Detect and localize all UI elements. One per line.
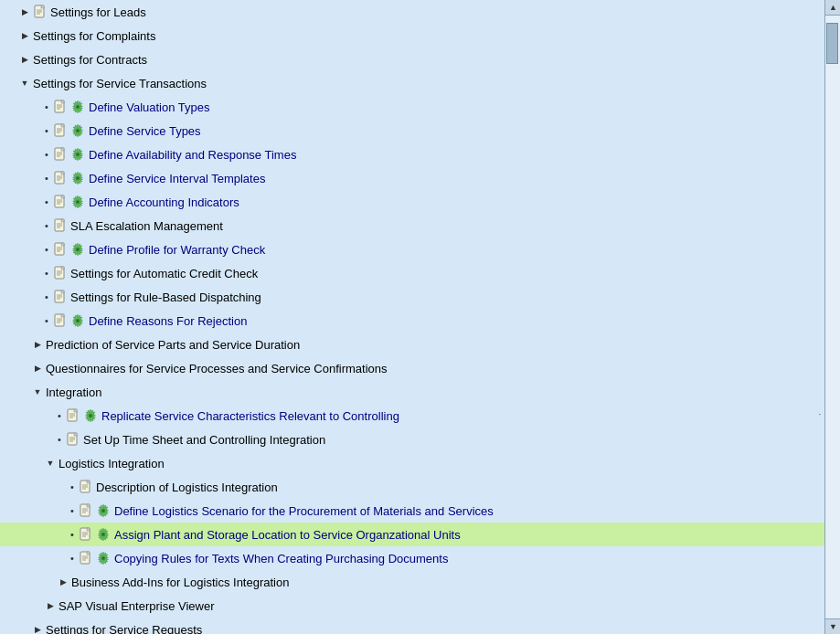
row-integration[interactable]: ▼Integration bbox=[0, 380, 824, 404]
tree-item-label: Settings for Automatic Credit Check bbox=[70, 267, 258, 280]
row-define-service-types[interactable]: • Define Service Types bbox=[0, 119, 824, 143]
doc-icon bbox=[66, 408, 82, 423]
svg-rect-14 bbox=[61, 124, 64, 127]
row-setup-timesheet[interactable]: • Set Up Time Sheet and Controlling Inte… bbox=[0, 428, 824, 451]
mini-scrollbar: · bbox=[815, 409, 824, 418]
gear-icon bbox=[70, 100, 87, 114]
svg-rect-1 bbox=[41, 5, 44, 8]
svg-rect-51 bbox=[61, 243, 64, 246]
doc-icon bbox=[79, 551, 95, 565]
expander-icon[interactable]: ▶ bbox=[31, 338, 44, 351]
bullet-icon: • bbox=[68, 504, 77, 517]
expander-icon[interactable]: ▶ bbox=[57, 576, 69, 588]
scroll-thumb[interactable] bbox=[826, 23, 838, 64]
svg-point-83 bbox=[90, 415, 92, 417]
bullet-icon: • bbox=[42, 195, 51, 208]
row-settings-rule-dispatching[interactable]: • Settings for Rule-Based Dispatching bbox=[0, 285, 824, 309]
svg-rect-69 bbox=[61, 314, 64, 317]
doc-icon bbox=[33, 5, 49, 19]
row-logistics-integration[interactable]: ▼Logistics Integration bbox=[0, 451, 824, 475]
expander-icon[interactable]: ▼ bbox=[31, 386, 44, 398]
gear-icon bbox=[70, 195, 87, 209]
gear-icon bbox=[70, 147, 87, 162]
row-define-logistics-scenario[interactable]: • Define Logistics Scenario for the Proc… bbox=[0, 499, 824, 523]
row-define-availability[interactable]: • Define Availability and Response Times bbox=[0, 143, 824, 166]
row-settings-contracts[interactable]: ▶Settings for Contracts bbox=[0, 48, 824, 71]
row-settings-service-requests[interactable]: ▶Settings for Service Requests bbox=[0, 618, 824, 634]
svg-rect-46 bbox=[61, 219, 64, 222]
gear-icon bbox=[70, 171, 87, 185]
bullet-icon: • bbox=[42, 219, 51, 232]
tree-item-label: Define Reasons For Rejection bbox=[89, 314, 247, 328]
bullet-icon: • bbox=[68, 552, 77, 565]
row-prediction-service-parts[interactable]: ▶Prediction of Service Parts and Service… bbox=[0, 333, 824, 356]
doc-icon bbox=[79, 503, 95, 518]
doc-icon bbox=[53, 123, 69, 138]
tree-item-label: Define Logistics Scenario for the Procur… bbox=[114, 504, 494, 518]
expander-icon[interactable]: ▶ bbox=[31, 362, 44, 375]
expander-icon[interactable]: ▶ bbox=[44, 599, 57, 612]
row-define-interval-templates[interactable]: • Define Service Interval Templates bbox=[0, 166, 824, 190]
row-settings-service-transactions[interactable]: ▼Settings for Service Transactions bbox=[0, 71, 824, 95]
row-define-reasons-rejection[interactable]: • Define Reasons For Rejection bbox=[0, 309, 824, 333]
row-define-warranty[interactable]: • Define Profile for Warranty Check bbox=[0, 238, 824, 261]
row-description-logistics[interactable]: • Description of Logistics Integration bbox=[0, 475, 824, 499]
expander-icon[interactable]: ▼ bbox=[18, 77, 31, 90]
svg-rect-95 bbox=[87, 504, 90, 507]
svg-rect-64 bbox=[61, 291, 64, 293]
tree-item-label: Assign Plant and Storage Location to Ser… bbox=[114, 528, 461, 542]
expander-icon[interactable]: ▶ bbox=[18, 53, 31, 66]
row-sap-visual[interactable]: ▶SAP Visual Enterprise Viewer bbox=[0, 594, 824, 618]
row-settings-complaints[interactable]: ▶Settings for Complaints bbox=[0, 24, 824, 48]
gear-icon bbox=[96, 503, 112, 518]
scroll-track bbox=[825, 16, 840, 618]
scroll-up-button[interactable]: ▲ bbox=[825, 0, 840, 16]
row-replicate-service[interactable]: • Replicate Service Characteristics Rele… bbox=[0, 404, 824, 428]
bullet-icon: • bbox=[42, 172, 51, 185]
tree-item-label: SLA Escalation Management bbox=[70, 219, 223, 233]
bullet-icon: • bbox=[42, 267, 51, 280]
tree-container: ▶ Settings for Leads▶Settings for Compla… bbox=[0, 0, 824, 634]
row-assign-plant[interactable]: • Assign Plant and Storage Location to S… bbox=[0, 523, 824, 546]
svg-point-75 bbox=[77, 320, 80, 322]
row-define-valuation-types[interactable]: • Define Valuation Types bbox=[0, 95, 824, 119]
doc-icon bbox=[53, 290, 69, 304]
doc-icon bbox=[53, 195, 69, 209]
row-sla-escalation[interactable]: • SLA Escalation Management bbox=[0, 214, 824, 238]
doc-icon bbox=[53, 147, 69, 162]
scrollbar-right[interactable]: ▲ ▼ bbox=[824, 0, 840, 634]
tree-item-label: Logistics Integration bbox=[58, 457, 165, 470]
expander-icon[interactable]: ▼ bbox=[44, 457, 57, 470]
row-copying-rules[interactable]: • Copying Rules for Texts When Creating … bbox=[0, 546, 824, 570]
tree-item-label: Business Add-Ins for Logistics Integrati… bbox=[71, 576, 289, 589]
doc-icon bbox=[79, 480, 95, 494]
row-questionnaires[interactable]: ▶Questionnaires for Service Processes an… bbox=[0, 356, 824, 380]
tree-item-label: Settings for Rule-Based Dispatching bbox=[70, 291, 261, 304]
tree-item-label: Define Availability and Response Times bbox=[89, 148, 296, 162]
tree-item-label: Replicate Service Characteristics Releva… bbox=[101, 409, 399, 423]
bullet-icon: • bbox=[42, 291, 51, 303]
row-define-accounting-indicators[interactable]: • Define Accounting Indicators bbox=[0, 190, 824, 214]
svg-rect-38 bbox=[61, 195, 64, 198]
row-settings-credit-check[interactable]: • Settings for Automatic Credit Check bbox=[0, 261, 824, 285]
tree-item-label: Settings for Service Requests bbox=[46, 623, 202, 635]
expander-icon[interactable]: ▶ bbox=[18, 29, 31, 42]
gear-icon bbox=[70, 123, 87, 138]
doc-icon bbox=[53, 313, 69, 328]
bullet-icon: • bbox=[68, 481, 77, 493]
row-business-addins[interactable]: ▶Business Add-Ins for Logistics Integrat… bbox=[0, 570, 824, 594]
doc-icon bbox=[79, 527, 95, 542]
expander-icon[interactable]: ▶ bbox=[31, 623, 44, 634]
doc-icon bbox=[53, 266, 69, 280]
doc-icon bbox=[66, 432, 82, 447]
svg-rect-77 bbox=[74, 409, 77, 412]
bullet-icon: • bbox=[42, 124, 51, 137]
tree-item-label: Description of Logistics Integration bbox=[96, 481, 278, 494]
row-settings-leads[interactable]: ▶ Settings for Leads bbox=[0, 0, 824, 24]
svg-point-44 bbox=[77, 201, 80, 204]
expander-icon[interactable]: ▶ bbox=[18, 5, 31, 18]
tree-item-label: Questionnaires for Service Processes and… bbox=[46, 362, 388, 375]
scroll-down-button[interactable]: ▼ bbox=[825, 618, 840, 634]
tree-item-label: Define Valuation Types bbox=[89, 100, 210, 114]
gear-icon bbox=[96, 551, 112, 565]
